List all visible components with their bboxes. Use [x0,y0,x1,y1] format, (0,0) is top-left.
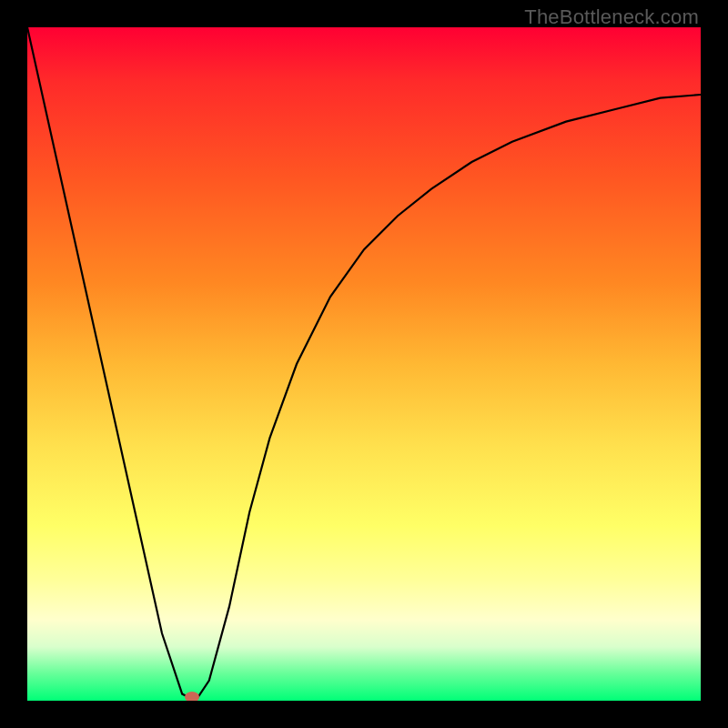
plot-area [27,27,701,701]
bottleneck-curve [27,27,701,701]
curve-path [27,27,701,701]
optimal-point-marker [185,692,199,701]
watermark-text: TheBottleneck.com [524,5,699,29]
chart-frame: TheBottleneck.com [0,0,728,728]
